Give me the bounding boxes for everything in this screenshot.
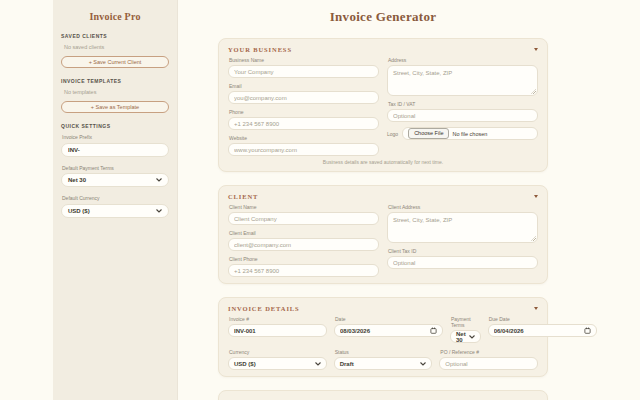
chevron-down-icon bbox=[315, 362, 321, 366]
chevron-down-icon bbox=[156, 178, 162, 182]
logo-label: Logo bbox=[387, 131, 398, 137]
business-phone-input[interactable] bbox=[234, 121, 373, 127]
business-email-field[interactable] bbox=[228, 91, 379, 104]
business-address-textarea[interactable] bbox=[387, 65, 538, 96]
client-email-input[interactable] bbox=[234, 242, 373, 248]
client-phone-input[interactable] bbox=[234, 268, 373, 274]
client-name-label: Client Name bbox=[229, 204, 379, 210]
client-tax-field[interactable] bbox=[387, 256, 538, 269]
business-tax-input[interactable] bbox=[393, 113, 532, 119]
saved-clients-empty: No saved clients bbox=[64, 44, 169, 50]
invoice-date-label: Date bbox=[335, 316, 443, 322]
client-phone-label: Client Phone bbox=[229, 256, 379, 262]
invoice-number-input[interactable] bbox=[234, 328, 321, 334]
client-tax-input[interactable] bbox=[393, 260, 532, 266]
choose-file-button[interactable]: Choose File bbox=[408, 128, 449, 140]
save-as-template-button[interactable]: + Save as Template bbox=[61, 101, 169, 113]
due-date-field[interactable] bbox=[488, 324, 597, 337]
no-file-chosen-text: No file chosen bbox=[452, 131, 487, 137]
po-reference-label: PO / Reference # bbox=[440, 349, 538, 355]
calendar-icon[interactable] bbox=[584, 327, 591, 334]
logo-upload-row: Logo Choose File No file chosen bbox=[387, 127, 538, 140]
main-content: Invoice Generator YOUR BUSINESS Business… bbox=[218, 0, 548, 400]
currency-select[interactable]: USD ($) bbox=[228, 357, 327, 370]
invoice-prefix-label: Invoice Prefix bbox=[62, 134, 169, 140]
invoice-date-field[interactable] bbox=[334, 324, 443, 337]
default-payment-terms-select[interactable]: Net 30 bbox=[61, 173, 169, 187]
business-website-label: Website bbox=[229, 135, 379, 141]
saved-clients-heading: SAVED CLIENTS bbox=[61, 33, 169, 39]
collapse-client-icon[interactable] bbox=[534, 195, 538, 198]
business-name-field[interactable] bbox=[228, 65, 379, 78]
client-email-label: Client Email bbox=[229, 230, 379, 236]
client-address-field[interactable] bbox=[387, 212, 538, 243]
collapse-your-business-icon[interactable] bbox=[534, 48, 538, 51]
sidebar: Invoice Pro SAVED CLIENTS No saved clien… bbox=[53, 0, 178, 400]
your-business-card: YOUR BUSINESS Business Name Email bbox=[218, 38, 548, 172]
invoice-number-label: Invoice # bbox=[229, 316, 327, 322]
collapse-invoice-details-icon[interactable] bbox=[534, 307, 538, 310]
client-phone-field[interactable] bbox=[228, 264, 379, 277]
invoice-details-card: INVOICE DETAILS Invoice # Date bbox=[218, 297, 548, 377]
client-card: CLIENT Client Name Client Email bbox=[218, 185, 548, 284]
business-tax-field[interactable] bbox=[387, 109, 538, 122]
client-heading: CLIENT bbox=[228, 193, 258, 200]
po-reference-input[interactable] bbox=[445, 361, 532, 367]
business-phone-field[interactable] bbox=[228, 117, 379, 130]
invoice-prefix-field[interactable] bbox=[61, 143, 169, 157]
business-phone-label: Phone bbox=[229, 109, 379, 115]
po-reference-field[interactable] bbox=[439, 357, 538, 370]
chevron-down-icon bbox=[469, 335, 475, 339]
currency-value: USD ($) bbox=[234, 361, 312, 367]
business-address-label: Address bbox=[388, 57, 538, 63]
templates-empty: No templates bbox=[64, 89, 169, 95]
page-title: Invoice Generator bbox=[218, 9, 548, 25]
invoice-date-input[interactable] bbox=[340, 328, 427, 334]
chevron-down-icon bbox=[156, 209, 162, 213]
default-payment-terms-value: Net 30 bbox=[68, 177, 156, 183]
payment-terms-select[interactable]: Net 30 bbox=[450, 330, 481, 343]
invoice-templates-heading: INVOICE TEMPLATES bbox=[61, 78, 169, 84]
client-address-label: Client Address bbox=[388, 204, 538, 210]
client-name-field[interactable] bbox=[228, 212, 379, 225]
due-date-label: Due Date bbox=[489, 316, 597, 322]
invoice-prefix-input[interactable] bbox=[68, 147, 162, 153]
items-card: ITEMS bbox=[218, 390, 548, 400]
business-email-label: Email bbox=[229, 83, 379, 89]
default-currency-label: Default Currency bbox=[62, 195, 169, 201]
due-date-input[interactable] bbox=[494, 328, 581, 334]
invoice-details-heading: INVOICE DETAILS bbox=[228, 305, 300, 312]
chevron-down-icon bbox=[420, 362, 426, 366]
client-tax-label: Client Tax ID bbox=[388, 248, 538, 254]
app-title: Invoice Pro bbox=[61, 11, 169, 22]
business-name-label: Business Name bbox=[229, 57, 379, 63]
default-currency-select[interactable]: USD ($) bbox=[61, 204, 169, 218]
business-name-input[interactable] bbox=[234, 69, 373, 75]
business-email-input[interactable] bbox=[234, 95, 373, 101]
status-select[interactable]: Draft bbox=[334, 357, 433, 370]
business-website-input[interactable] bbox=[234, 147, 373, 153]
your-business-heading: YOUR BUSINESS bbox=[228, 46, 292, 53]
client-email-field[interactable] bbox=[228, 238, 379, 251]
business-tax-label: Tax ID / VAT bbox=[388, 101, 538, 107]
logo-file-field[interactable]: Choose File No file chosen bbox=[402, 127, 538, 140]
default-currency-value: USD ($) bbox=[68, 208, 156, 214]
calendar-icon[interactable] bbox=[430, 327, 437, 334]
status-value: Draft bbox=[340, 361, 418, 367]
status-label: Status bbox=[335, 349, 433, 355]
client-address-textarea[interactable] bbox=[387, 212, 538, 243]
payment-terms-label: Payment Terms bbox=[451, 316, 481, 328]
currency-label: Currency bbox=[229, 349, 327, 355]
default-payment-terms-label: Default Payment Terms bbox=[62, 165, 169, 171]
save-current-client-button[interactable]: + Save Current Client bbox=[61, 56, 169, 68]
payment-terms-value: Net 30 bbox=[456, 331, 466, 343]
autosave-note: Business details are saved automatically… bbox=[228, 159, 538, 165]
invoice-number-field[interactable] bbox=[228, 324, 327, 337]
business-address-field[interactable] bbox=[387, 65, 538, 96]
business-website-field[interactable] bbox=[228, 143, 379, 156]
client-name-input[interactable] bbox=[234, 216, 373, 222]
quick-settings-heading: QUICK SETTINGS bbox=[61, 123, 169, 129]
